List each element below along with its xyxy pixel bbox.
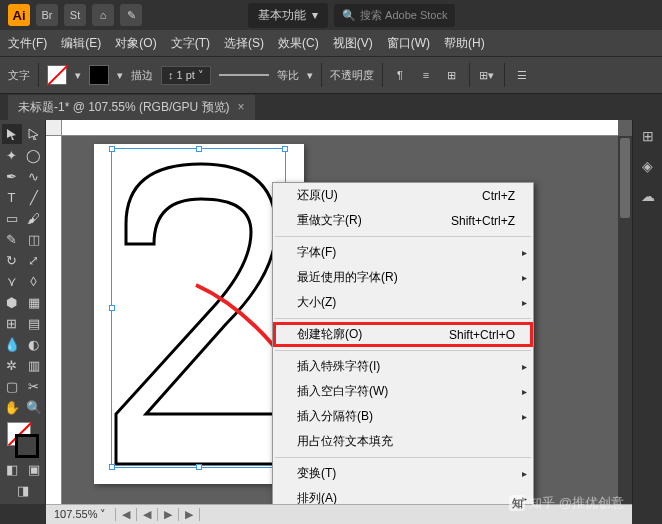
resize-handle[interactable]: [109, 146, 115, 152]
nav-first[interactable]: ◀: [116, 508, 137, 521]
lasso-tool[interactable]: ◯: [24, 145, 44, 165]
menu-view[interactable]: 视图(V): [333, 35, 373, 52]
screen-mode[interactable]: ▣: [24, 459, 44, 479]
context-menu-item[interactable]: 创建轮廓(O)Shift+Ctrl+O: [273, 322, 533, 347]
ratio-label: 等比: [277, 68, 299, 83]
context-menu-item[interactable]: 插入特殊字符(I): [273, 354, 533, 379]
blend-tool[interactable]: ◐: [24, 334, 44, 354]
vertical-ruler[interactable]: [46, 136, 62, 504]
more-icon[interactable]: ⊞▾: [478, 66, 496, 84]
mesh-tool[interactable]: ⊞: [2, 313, 22, 333]
menu-help[interactable]: 帮助(H): [444, 35, 485, 52]
stroke-label: 描边: [131, 68, 153, 83]
nav-prev[interactable]: ◀: [137, 508, 158, 521]
libraries-panel-icon[interactable]: ☁: [641, 188, 655, 204]
menu-type[interactable]: 文字(T): [171, 35, 210, 52]
type-tool[interactable]: T: [2, 187, 22, 207]
artboard-nav: ◀ ◀ ▶ ▶: [116, 508, 200, 521]
context-menu-item[interactable]: 字体(F): [273, 240, 533, 265]
scale-tool[interactable]: ⤢: [24, 250, 44, 270]
draw-mode[interactable]: ◨: [13, 480, 33, 500]
chevron-down-icon[interactable]: ▾: [75, 69, 81, 82]
stock-icon[interactable]: St: [64, 4, 86, 26]
toolbox: ✦◯ ✒∿ T╱ ▭🖌 ✎◫ ↻⤢ ⋎◊ ⬢▦ ⊞▤ 💧◐ ✲▥ ▢✂ ✋🔍 ◧…: [0, 120, 46, 504]
transform-icon[interactable]: ⊞: [443, 66, 461, 84]
line-tool[interactable]: ╱: [24, 187, 44, 207]
direct-selection-tool[interactable]: [24, 124, 44, 144]
context-menu-item[interactable]: 插入空白字符(W): [273, 379, 533, 404]
resize-handle[interactable]: [196, 464, 202, 470]
perspective-tool[interactable]: ▦: [24, 292, 44, 312]
slice-tool[interactable]: ✂: [24, 376, 44, 396]
layers-panel-icon[interactable]: ◈: [642, 158, 653, 174]
shape-builder-tool[interactable]: ⬢: [2, 292, 22, 312]
shaper-tool[interactable]: ✎: [2, 229, 22, 249]
resize-handle[interactable]: [109, 305, 115, 311]
fill-swatch[interactable]: [47, 65, 67, 85]
context-menu-item[interactable]: 还原(U)Ctrl+Z: [273, 183, 533, 208]
stroke-swatch[interactable]: [89, 65, 109, 85]
color-mode[interactable]: ◧: [2, 459, 22, 479]
rotate-tool[interactable]: ↻: [2, 250, 22, 270]
ruler-origin[interactable]: [46, 120, 62, 136]
chevron-down-icon[interactable]: ▾: [117, 69, 123, 82]
context-menu-item[interactable]: 重做文字(R)Shift+Ctrl+Z: [273, 208, 533, 233]
char-panel-icon[interactable]: ¶: [391, 66, 409, 84]
resize-handle[interactable]: [196, 146, 202, 152]
context-menu: 还原(U)Ctrl+Z重做文字(R)Shift+Ctrl+Z字体(F)最近使用的…: [272, 182, 534, 524]
menu-object[interactable]: 对象(O): [115, 35, 156, 52]
workspace-preset[interactable]: 基本功能▾: [248, 3, 328, 28]
menu-select[interactable]: 选择(S): [224, 35, 264, 52]
graph-tool[interactable]: ▥: [24, 355, 44, 375]
selection-bounds: [111, 148, 286, 468]
gradient-tool[interactable]: ▤: [24, 313, 44, 333]
magic-wand-tool[interactable]: ✦: [2, 145, 22, 165]
nav-last[interactable]: ▶: [179, 508, 200, 521]
brush-tool[interactable]: 🖌: [24, 208, 44, 228]
tab-close-icon[interactable]: ×: [238, 100, 245, 114]
properties-panel-icon[interactable]: ⊞: [642, 128, 654, 144]
context-menu-item[interactable]: 大小(Z): [273, 290, 533, 315]
eraser-tool[interactable]: ◫: [24, 229, 44, 249]
curvature-tool[interactable]: ∿: [24, 166, 44, 186]
eyedropper-tool[interactable]: 💧: [2, 334, 22, 354]
selection-label: 文字: [8, 68, 30, 83]
bridge-icon[interactable]: Br: [36, 4, 58, 26]
options-bar: 文字 ▾ ▾ 描边 ↕ 1 pt ˅ 等比▾ 不透明度 ¶ ≡ ⊞ ⊞▾ ☰: [0, 56, 662, 94]
app-logo: Ai: [8, 4, 30, 26]
resize-handle[interactable]: [109, 464, 115, 470]
stroke-profile[interactable]: [219, 70, 269, 80]
zoom-tool[interactable]: 🔍: [24, 397, 44, 417]
vertical-scrollbar[interactable]: [618, 136, 632, 504]
horizontal-ruler[interactable]: [62, 120, 618, 136]
rectangle-tool[interactable]: ▭: [2, 208, 22, 228]
zoom-level[interactable]: 107.55% ˅: [46, 508, 116, 521]
resize-handle[interactable]: [282, 146, 288, 152]
search-input[interactable]: 🔍搜索 Adobe Stock: [334, 4, 455, 27]
menu-edit[interactable]: 编辑(E): [61, 35, 101, 52]
fill-stroke-control[interactable]: [7, 422, 39, 458]
menu-window[interactable]: 窗口(W): [387, 35, 430, 52]
document-tab[interactable]: 未标题-1* @ 107.55% (RGB/GPU 预览) ×: [8, 95, 255, 120]
nav-next[interactable]: ▶: [158, 508, 179, 521]
stroke-weight-input[interactable]: ↕ 1 pt ˅: [161, 66, 211, 85]
context-menu-item[interactable]: 最近使用的字体(R): [273, 265, 533, 290]
home-icon[interactable]: ⌂: [92, 4, 114, 26]
arrange-icon[interactable]: ✎: [120, 4, 142, 26]
artboard-tool[interactable]: ▢: [2, 376, 22, 396]
free-transform-tool[interactable]: ◊: [24, 271, 44, 291]
zhihu-logo-icon: 知: [509, 495, 525, 511]
pen-tool[interactable]: ✒: [2, 166, 22, 186]
context-menu-item[interactable]: 用占位符文本填充: [273, 429, 533, 454]
width-tool[interactable]: ⋎: [2, 271, 22, 291]
selection-tool[interactable]: [2, 124, 22, 144]
context-menu-item[interactable]: 插入分隔符(B): [273, 404, 533, 429]
panel-menu-icon[interactable]: ☰: [513, 66, 531, 84]
symbol-sprayer-tool[interactable]: ✲: [2, 355, 22, 375]
chevron-down-icon[interactable]: ▾: [307, 69, 313, 82]
menu-file[interactable]: 文件(F): [8, 35, 47, 52]
align-icon[interactable]: ≡: [417, 66, 435, 84]
menu-effect[interactable]: 效果(C): [278, 35, 319, 52]
context-menu-item[interactable]: 变换(T): [273, 461, 533, 486]
hand-tool[interactable]: ✋: [2, 397, 22, 417]
